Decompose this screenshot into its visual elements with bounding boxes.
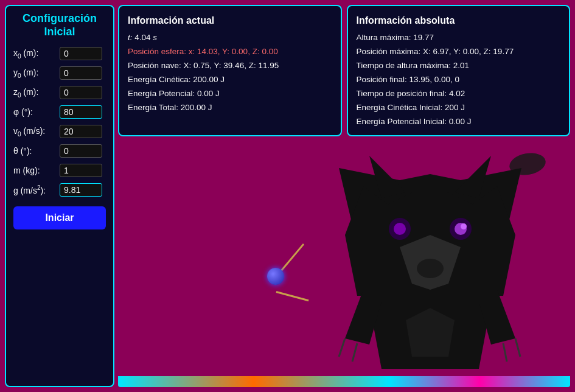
svg-line-14 (339, 338, 345, 357)
input-x0[interactable] (60, 47, 102, 60)
trajectory-line-2 (276, 291, 309, 301)
posicion-final: Posición final: 13.95, 0.00, 0 (357, 73, 561, 87)
tiempo-altura: Tiempo de altura máxima: 2.01 (357, 59, 561, 73)
field-row-theta: θ (°): (13, 144, 106, 158)
label-y0: y0 (m): (13, 68, 56, 79)
svg-line-16 (515, 338, 520, 357)
energia-potencial-ini: Energía Potencial Inicial: 0.00 J (357, 115, 561, 129)
field-row-mass: m (kg): (13, 164, 106, 177)
input-phi[interactable] (60, 105, 102, 119)
svg-point-10 (461, 223, 467, 229)
tiempo-posicion: Tiempo de posición final: 4.02 (357, 87, 561, 101)
energia-potencial: Energía Potencial: 0.00 J (128, 87, 332, 101)
input-gravity[interactable] (60, 183, 102, 197)
label-theta: θ (°): (13, 146, 56, 156)
input-z0[interactable] (60, 86, 102, 99)
label-mass: m (kg): (13, 166, 56, 175)
field-row-x0: x0 (m): (13, 47, 106, 60)
label-z0: z0 (m): (13, 87, 56, 99)
energia-cinetica: Energía Cinética: 200.00 J (128, 73, 332, 87)
main-area: Información actual t: 4.04 s Posición es… (118, 0, 575, 392)
label-v0: v0 (m/s): (13, 126, 56, 138)
panel-absoluta: Información absoluta Altura máxima: 19.7… (347, 5, 571, 136)
field-row-phi: φ (°): (13, 105, 106, 119)
energia-cinetica-ini: Energía Cinética Inicial: 200 J (357, 101, 561, 115)
energia-total: Energía Total: 200.00 J (128, 101, 332, 115)
input-y0[interactable] (60, 66, 102, 80)
svg-point-7 (394, 223, 406, 235)
posicion-maxima: Posición máxima: X: 6.97, Y: 0.00, Z: 19… (357, 45, 561, 59)
pos-sphere: Posición esfera: x: 14.03, Y: 0.00, Z: 0… (128, 45, 332, 59)
panel-actual: Información actual t: 4.04 s Posición es… (118, 5, 342, 136)
label-x0: x0 (m): (13, 48, 56, 60)
info-panels: Información actual t: 4.04 s Posición es… (118, 5, 570, 136)
iniciar-button[interactable]: Iniciar (13, 206, 106, 229)
canvas-area (118, 141, 570, 387)
input-mass[interactable] (60, 164, 102, 177)
label-gravity: g (m/s2): (13, 184, 56, 195)
field-row-z0: z0 (m): (13, 86, 106, 99)
altura-maxima: Altura máxima: 19.77 (357, 31, 561, 45)
character-svg (327, 150, 534, 369)
panel-actual-title: Información actual (128, 12, 332, 29)
input-v0[interactable] (60, 125, 102, 138)
time-label: t: (128, 33, 133, 42)
panel-absoluta-title: Información absoluta (357, 12, 561, 29)
time-val: 4.04 (134, 33, 150, 42)
sidebar-title: Configuración Inicial (13, 12, 106, 38)
field-row-gravity: g (m/s2): (13, 183, 106, 197)
time-display: t: 4.04 s (128, 31, 332, 45)
projectile-sphere (267, 268, 284, 285)
field-row-v0: v0 (m/s): (13, 125, 106, 138)
bottom-strip (118, 376, 570, 387)
label-phi: φ (°): (13, 107, 56, 117)
field-row-y0: y0 (m): (13, 66, 106, 80)
time-unit: s (153, 33, 157, 42)
svg-point-5 (417, 259, 444, 278)
svg-line-17 (503, 343, 507, 362)
svg-line-15 (352, 343, 357, 362)
input-theta[interactable] (60, 144, 102, 158)
pos-nave: Posición nave: X: 0.75, Y: 39.46, Z: 11.… (128, 59, 332, 73)
sidebar: Configuración Inicial x0 (m): y0 (m): z0… (5, 5, 114, 387)
